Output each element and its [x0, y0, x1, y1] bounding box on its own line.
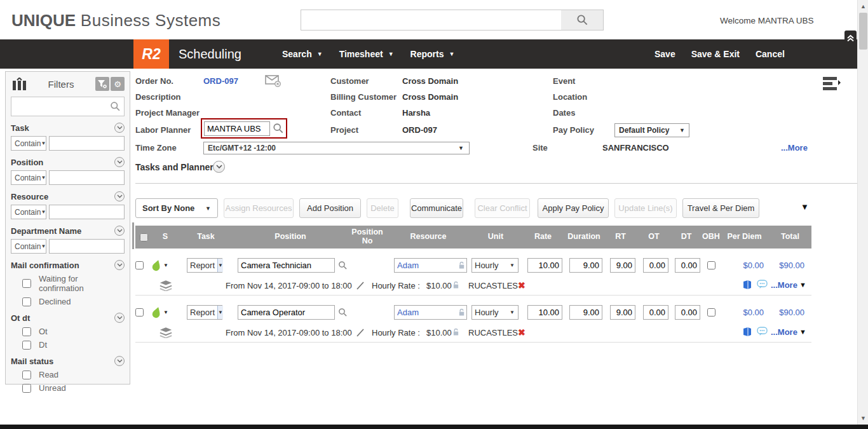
ot-input[interactable]: [643, 305, 668, 320]
labor-planner-input[interactable]: [204, 121, 270, 136]
duration-input[interactable]: [569, 305, 602, 320]
position-input[interactable]: [238, 305, 335, 320]
operator-select[interactable]: Contain▼: [11, 170, 46, 185]
obh-checkbox[interactable]: [707, 261, 715, 269]
save-exit-button[interactable]: Save & Exit: [691, 49, 740, 59]
clear-filter-button[interactable]: [95, 77, 109, 91]
filter-input-position[interactable]: [49, 170, 125, 185]
rate-input[interactable]: [527, 305, 562, 320]
layers-icon[interactable]: [159, 280, 173, 291]
filter-input-resource[interactable]: [49, 205, 125, 219]
global-search-button[interactable]: [561, 10, 604, 31]
per-diem-link[interactable]: $0.00: [743, 261, 764, 270]
sort-by-select[interactable]: Sort By None▼: [135, 198, 218, 218]
collapse-section-icon[interactable]: [114, 123, 125, 133]
checkbox-declined[interactable]: [22, 297, 31, 306]
collapse-section-icon[interactable]: [114, 191, 125, 201]
remove-crew-icon[interactable]: ✖: [518, 280, 526, 290]
scrollbar-up-icon[interactable]: ▲: [858, 1, 868, 11]
checkbox-ot[interactable]: [22, 327, 31, 336]
search-icon[interactable]: [110, 101, 121, 112]
duration-input[interactable]: [569, 258, 602, 273]
travel-per-diem-button[interactable]: Travel & Per Diem: [682, 198, 759, 218]
checkbox-dt[interactable]: [22, 341, 31, 350]
status-caret-icon[interactable]: ▼: [163, 262, 168, 268]
row-checkbox[interactable]: [135, 261, 144, 269]
per-diem-link[interactable]: $0.00: [743, 308, 764, 317]
checkbox-waiting-confirmation[interactable]: [22, 279, 31, 288]
comment-bubble-icon[interactable]: [757, 280, 768, 289]
notebook-icon[interactable]: [742, 327, 752, 337]
obh-checkbox[interactable]: [707, 308, 715, 317]
comment-bubble-icon[interactable]: [757, 327, 768, 336]
total-link[interactable]: $90.00: [779, 308, 804, 317]
resource-input[interactable]: [394, 258, 467, 273]
lock-icon[interactable]: [452, 281, 459, 289]
select-all-checkbox[interactable]: [140, 233, 148, 242]
checkbox-read[interactable]: [22, 371, 31, 379]
operator-select[interactable]: Contain▼: [11, 239, 46, 254]
lock-icon[interactable]: [458, 308, 465, 317]
checkbox-unread[interactable]: [22, 384, 31, 393]
status-available-icon[interactable]: [150, 305, 163, 320]
global-search-input[interactable]: [301, 10, 562, 31]
apply-pay-policy-button[interactable]: Apply Pay Policy: [538, 198, 609, 218]
operator-select[interactable]: Contain▼: [11, 136, 46, 151]
status-available-icon[interactable]: [150, 258, 163, 273]
collapse-section-icon[interactable]: [114, 226, 125, 236]
add-position-button[interactable]: Add Position: [299, 198, 361, 218]
form-more-link[interactable]: ...More: [781, 143, 808, 153]
filter-input-task[interactable]: [49, 136, 125, 151]
remove-crew-icon[interactable]: ✖: [518, 327, 526, 337]
sidebar-search-input[interactable]: [11, 97, 125, 116]
layers-icon[interactable]: [159, 327, 173, 338]
lock-icon[interactable]: [452, 328, 459, 336]
filter-input-department[interactable]: [49, 239, 125, 254]
dt-input[interactable]: [675, 305, 700, 320]
tasks-collapse-icon[interactable]: [213, 161, 225, 173]
delete-button[interactable]: Delete: [367, 198, 398, 218]
row-checkbox[interactable]: [135, 308, 144, 317]
task-select[interactable]: Report▼: [187, 258, 222, 273]
unit-select[interactable]: Hourly▼: [471, 258, 519, 273]
row-more-caret-icon[interactable]: ▼: [799, 281, 806, 289]
nav-menu-timesheet[interactable]: Timesheet▼: [339, 49, 394, 59]
rate-input[interactable]: [527, 258, 562, 273]
cancel-button[interactable]: Cancel: [756, 49, 785, 59]
menu-expand-icon[interactable]: [822, 75, 841, 93]
collapse-section-icon[interactable]: [114, 260, 125, 270]
page-scrollbar[interactable]: ▲ ▼: [857, 0, 868, 425]
task-select[interactable]: Report▼: [187, 305, 222, 320]
sidebar-scrollbar-thumb[interactable]: [132, 222, 134, 249]
mail-cancel-icon[interactable]: [265, 75, 281, 87]
edit-pencil-icon[interactable]: [356, 281, 365, 290]
dt-input[interactable]: [675, 258, 700, 273]
search-icon[interactable]: [273, 123, 284, 134]
filter-panel-icon[interactable]: [11, 78, 28, 91]
save-button[interactable]: Save: [654, 49, 675, 59]
clear-conflict-button[interactable]: Clear Conflict: [475, 198, 530, 218]
edit-pencil-icon[interactable]: [356, 328, 365, 337]
notebook-icon[interactable]: [742, 280, 752, 290]
search-icon[interactable]: [338, 260, 348, 271]
row-more-caret-icon[interactable]: ▼: [799, 328, 806, 336]
operator-select[interactable]: Contain▼: [11, 205, 46, 219]
row-more-link[interactable]: ...More: [771, 280, 797, 290]
collapse-panel-tab[interactable]: [844, 31, 857, 45]
assign-resources-button[interactable]: Assign Resources: [224, 198, 294, 218]
pay-policy-select[interactable]: Default Policy▼: [614, 123, 689, 137]
filter-settings-button[interactable]: ⚙: [111, 77, 125, 91]
total-link[interactable]: $90.00: [779, 261, 804, 270]
toolbar-more-caret-icon[interactable]: ▼: [801, 202, 809, 212]
ot-input[interactable]: [643, 258, 668, 273]
nav-menu-reports[interactable]: Reports▼: [410, 49, 455, 59]
update-lines-button[interactable]: Update Line(s): [614, 198, 677, 218]
collapse-section-icon[interactable]: [114, 313, 125, 323]
scrollbar-down-icon[interactable]: ▼: [858, 413, 868, 423]
collapse-section-icon[interactable]: [114, 157, 125, 167]
lock-icon[interactable]: [458, 261, 465, 269]
rt-input[interactable]: [610, 305, 635, 320]
position-input[interactable]: [238, 258, 335, 273]
collapse-section-icon[interactable]: [114, 356, 125, 366]
resource-input[interactable]: [394, 305, 467, 320]
